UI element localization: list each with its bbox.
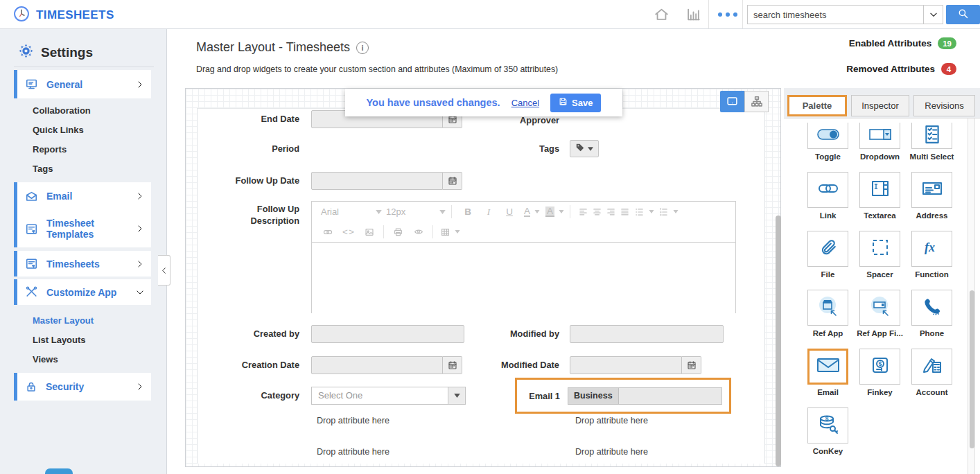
sidebar-collapse-handle[interactable] bbox=[158, 255, 170, 286]
home-icon[interactable] bbox=[652, 6, 670, 23]
sidebar-item-security[interactable]: Security bbox=[14, 373, 151, 401]
calendar-icon[interactable] bbox=[443, 172, 462, 190]
font-size-select[interactable]: 12px bbox=[386, 207, 446, 217]
email1-label: Email 1 bbox=[517, 391, 560, 401]
tree-view-toggle[interactable] bbox=[744, 91, 769, 112]
drop-zone[interactable]: Drop attribute here bbox=[575, 416, 648, 425]
created-by-input[interactable] bbox=[311, 325, 464, 343]
palette-item-email[interactable]: Email bbox=[807, 349, 848, 396]
sidebar-item-master-layout[interactable]: Master Layout bbox=[33, 315, 94, 326]
palette-item-phone[interactable]: Phone bbox=[911, 290, 952, 337]
calendar-icon[interactable] bbox=[682, 356, 701, 374]
sidebar-item-reports[interactable]: Reports bbox=[33, 144, 67, 155]
palette-item-ref-app-field[interactable]: Ref App Fi... bbox=[857, 290, 903, 337]
bullet-list-icon[interactable] bbox=[634, 204, 654, 220]
tab-inspector[interactable]: Inspector bbox=[851, 95, 909, 116]
svg-text:$: $ bbox=[878, 360, 882, 367]
sidebar-item-timesheet-templates[interactable]: Timesheet Templates bbox=[14, 210, 151, 247]
palette-item-finkey[interactable]: $ Finkey bbox=[859, 349, 900, 396]
preview-eye-icon[interactable] bbox=[412, 225, 426, 240]
lock-icon bbox=[25, 380, 37, 393]
align-center-icon[interactable] bbox=[590, 204, 604, 220]
palette-item-function[interactable]: fx Function bbox=[911, 231, 952, 279]
palette-item-ref-app[interactable]: Ref App bbox=[807, 290, 848, 337]
palette-item-account[interactable]: Account bbox=[911, 349, 952, 396]
palette-item-file[interactable]: File bbox=[807, 231, 848, 279]
desktop-view-toggle[interactable] bbox=[720, 91, 744, 112]
palette-scrollbar-thumb[interactable] bbox=[970, 290, 974, 448]
sidebar-item-email[interactable]: Email bbox=[14, 182, 151, 210]
palette-item-spacer[interactable]: Spacer bbox=[859, 231, 900, 279]
tags-dropdown-button[interactable] bbox=[570, 140, 599, 157]
modified-date-input[interactable] bbox=[570, 356, 682, 374]
sidebar-item-timesheets[interactable]: Timesheets bbox=[14, 251, 151, 276]
palette-item-conkey[interactable]: $ ConKey bbox=[807, 407, 848, 455]
editor-content-area[interactable] bbox=[312, 242, 735, 313]
palette-item-toggle[interactable]: Toggle bbox=[807, 123, 848, 161]
app-brand[interactable]: TIMESHEETS bbox=[12, 5, 114, 26]
editor-toolbar-row1: Arial 12px B I U A A bbox=[312, 202, 735, 222]
tab-palette[interactable]: Palette bbox=[787, 95, 847, 116]
palette-item-textarea[interactable]: Textarea bbox=[859, 172, 900, 220]
justify-icon[interactable] bbox=[618, 204, 631, 220]
cancel-link[interactable]: Cancel bbox=[511, 98, 539, 108]
monitor-icon bbox=[25, 78, 38, 91]
numbered-list-icon[interactable] bbox=[658, 204, 679, 220]
email1-input[interactable] bbox=[618, 387, 722, 405]
follow-up-date-input[interactable] bbox=[311, 172, 443, 190]
palette-item-multi-select[interactable]: Multi Select bbox=[910, 123, 954, 161]
more-options-icon[interactable] bbox=[716, 6, 740, 23]
palette-item-link[interactable]: Link bbox=[807, 172, 848, 220]
sidebar-item-list-layouts[interactable]: List Layouts bbox=[33, 335, 86, 345]
modified-by-label: Modified by bbox=[461, 325, 559, 343]
underline-button[interactable]: U bbox=[502, 204, 516, 220]
print-icon[interactable] bbox=[391, 225, 405, 240]
drop-zone[interactable]: Drop attribute here bbox=[317, 447, 390, 457]
category-select[interactable]: Select One bbox=[311, 387, 466, 405]
follow-up-description-label: Follow Up Description bbox=[237, 203, 299, 227]
email1-widget-selected[interactable]: Email 1 Business bbox=[515, 378, 731, 414]
table-icon[interactable] bbox=[440, 225, 460, 240]
help-widget-tab[interactable] bbox=[45, 468, 73, 474]
tab-revisions[interactable]: Revisions bbox=[913, 95, 975, 116]
ref-app-field-icon bbox=[868, 295, 892, 321]
gear-icon bbox=[18, 43, 34, 62]
link-icon[interactable] bbox=[321, 225, 335, 240]
form-sheet: End Date Approver Period Tags Follow Up … bbox=[197, 108, 765, 464]
settings-sidebar: Settings General Collaboration Quick Lin… bbox=[0, 29, 167, 474]
account-icon bbox=[922, 356, 943, 378]
sidebar-item-general[interactable]: General bbox=[14, 70, 151, 98]
canvas-scrollbar-thumb[interactable] bbox=[776, 216, 781, 466]
sidebar-item-quick-links[interactable]: Quick Links bbox=[33, 125, 84, 135]
search-button[interactable] bbox=[946, 5, 980, 24]
palette-item-address[interactable]: Address bbox=[911, 172, 952, 220]
top-header: TIMESHEETS bbox=[0, 0, 980, 29]
unsaved-changes-bar: You have unsaved changes. Cancel Save bbox=[345, 89, 622, 116]
sidebar-item-collaboration[interactable]: Collaboration bbox=[33, 105, 91, 116]
info-icon[interactable]: i bbox=[356, 42, 369, 54]
calendar-icon[interactable] bbox=[443, 356, 462, 374]
widget-palette: Toggle Dropdown Multi Select Link Textar… bbox=[784, 118, 980, 474]
function-icon: fx bbox=[922, 239, 943, 258]
sidebar-item-views[interactable]: Views bbox=[33, 354, 58, 365]
drop-zone[interactable]: Drop attribute here bbox=[575, 447, 648, 457]
text-color-button[interactable]: A bbox=[524, 204, 540, 220]
code-icon[interactable]: <> bbox=[342, 225, 356, 240]
sidebar-item-tags[interactable]: Tags bbox=[33, 164, 53, 174]
bold-button[interactable]: B bbox=[461, 204, 475, 220]
search-scope-dropdown[interactable] bbox=[923, 5, 943, 24]
image-icon[interactable] bbox=[362, 225, 376, 240]
search-input[interactable] bbox=[747, 5, 923, 24]
align-left-icon[interactable] bbox=[576, 204, 590, 220]
bar-chart-icon[interactable] bbox=[684, 6, 702, 23]
save-button[interactable]: Save bbox=[550, 94, 601, 112]
italic-button[interactable]: I bbox=[482, 204, 496, 220]
sidebar-item-customize-app[interactable]: Customize App bbox=[14, 279, 151, 305]
palette-item-dropdown[interactable]: Dropdown bbox=[859, 123, 900, 161]
highlight-color-button[interactable]: A bbox=[545, 204, 564, 220]
creation-date-input[interactable] bbox=[311, 356, 443, 374]
font-family-select[interactable]: Arial bbox=[321, 207, 382, 217]
drop-zone[interactable]: Drop attribute here bbox=[317, 416, 390, 425]
modified-by-input[interactable] bbox=[570, 325, 724, 343]
align-right-icon[interactable] bbox=[604, 204, 618, 220]
